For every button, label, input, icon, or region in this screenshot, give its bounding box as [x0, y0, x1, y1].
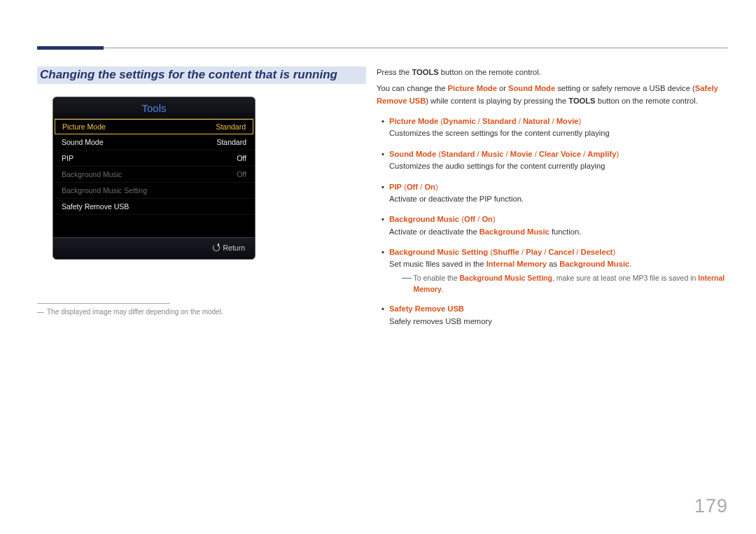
bullet-desc: Activate or deactivate the Background Mu… [389, 226, 728, 238]
bullet-icon: • [377, 148, 389, 173]
menu-row-label: PIP [62, 154, 74, 162]
footnote: ―The displayed image may differ dependin… [37, 308, 366, 316]
left-column: Changing the settings for the content th… [37, 66, 377, 328]
menu-row-bg-music-setting: Background Music Setting [53, 183, 255, 199]
menu-row-value: Off [237, 154, 246, 162]
bullet-desc: Safely removes USB memory [389, 316, 728, 328]
menu-row-bg-music: Background Music Off [53, 167, 255, 183]
bullet-icon: • [377, 246, 389, 295]
tools-menu-panel: Tools Picture Mode Standard Sound Mode S… [52, 97, 255, 260]
bullet-icon: • [377, 115, 389, 140]
menu-row-pip: PIP Off [53, 150, 255, 167]
header-accent [37, 46, 104, 50]
menu-row-label: Sound Mode [62, 138, 104, 146]
menu-row-label: Background Music [62, 170, 122, 178]
right-column: Press the TOOLS button on the remote con… [377, 66, 728, 328]
intro-line-1: Press the TOOLS button on the remote con… [377, 66, 728, 78]
footnote-text: The displayed image may differ depending… [47, 308, 223, 316]
bullet-desc: Customizes the screen settings for the c… [389, 127, 728, 139]
page-number: 179 [694, 496, 728, 517]
menu-row-label: Safety Remove USB [62, 202, 129, 211]
bullet-pip: • PIP (Off / On) Activate or deactivate … [377, 181, 728, 206]
bullet-safety-remove: • Safety Remove USB Safely removes USB m… [377, 303, 728, 328]
bullet-desc: Activate or deactivate the PIP function. [389, 193, 728, 205]
menu-row-label: Background Music Setting [62, 186, 147, 195]
menu-row-value: Standard [216, 122, 246, 131]
dash-icon: ― [402, 272, 413, 295]
bullet-icon: • [377, 213, 389, 238]
bullet-subnote: ― To enable the Background Music Setting… [389, 272, 728, 295]
bullet-picture-mode: • Picture Mode (Dynamic / Standard / Nat… [377, 115, 728, 140]
tools-menu-footer: Return [53, 237, 255, 259]
menu-row-value: Standard [216, 138, 246, 146]
return-icon [213, 244, 220, 251]
main-content: Changing the settings for the content th… [37, 66, 728, 328]
tools-menu-title: Tools [53, 97, 255, 119]
menu-row-sound-mode: Sound Mode Standard [53, 134, 255, 150]
section-title: Changing the settings for the content th… [37, 66, 366, 84]
bullet-bg-music-setting: • Background Music Setting (Shuffle / Pl… [377, 246, 728, 295]
menu-row-label: Picture Mode [62, 122, 106, 131]
bullet-sound-mode: • Sound Mode (Standard / Music / Movie /… [377, 148, 728, 173]
menu-row-safety-remove: Safety Remove USB [53, 199, 255, 215]
bullet-desc: Customizes the audio settings for the co… [389, 160, 728, 172]
menu-row-picture-mode: Picture Mode Standard [55, 119, 253, 134]
menu-row-value: Off [237, 170, 246, 178]
bullet-icon: • [377, 303, 389, 328]
footnote-rule [37, 303, 170, 304]
bullet-bg-music: • Background Music (Off / On) Activate o… [377, 213, 728, 238]
return-label: Return [223, 244, 245, 252]
header-rule [37, 48, 728, 48]
bullet-desc: Set music files saved in the Internal Me… [389, 258, 728, 270]
bullet-icon: • [377, 181, 389, 206]
intro-line-2: You can change the Picture Mode or Sound… [377, 83, 728, 107]
